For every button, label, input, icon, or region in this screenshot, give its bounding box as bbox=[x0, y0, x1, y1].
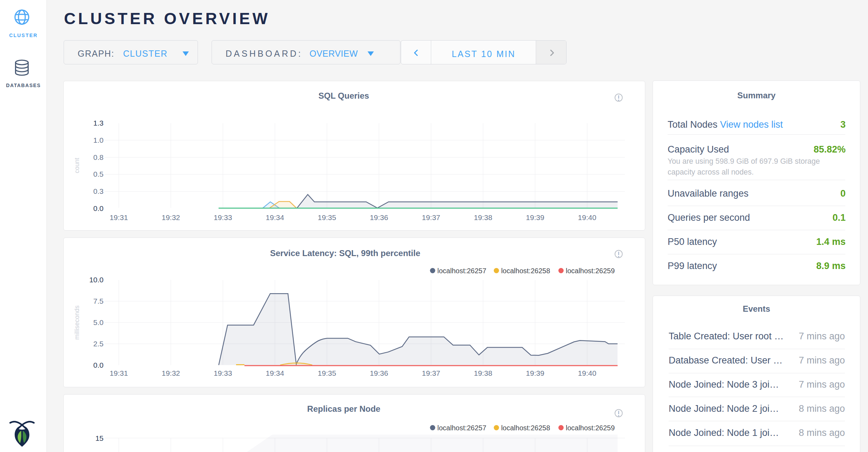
svg-text:0.0: 0.0 bbox=[93, 204, 104, 212]
svg-text:2.5: 2.5 bbox=[93, 340, 104, 348]
svg-text:19:33: 19:33 bbox=[214, 213, 232, 221]
svg-text:milliseconds: milliseconds bbox=[73, 305, 80, 340]
svg-text:SQL Queries: SQL Queries bbox=[319, 91, 369, 100]
svg-text:19:35: 19:35 bbox=[318, 213, 336, 221]
svg-text:count: count bbox=[73, 158, 80, 173]
svg-text:19:37: 19:37 bbox=[422, 213, 440, 221]
svg-text:localhost:26259: localhost:26259 bbox=[566, 424, 615, 432]
svg-text:19:37: 19:37 bbox=[422, 369, 440, 377]
svg-text:19:32: 19:32 bbox=[162, 213, 180, 221]
svg-text:1.0: 1.0 bbox=[93, 136, 104, 144]
svg-text:19:34: 19:34 bbox=[266, 369, 284, 377]
svg-text:19:40: 19:40 bbox=[578, 369, 597, 377]
svg-text:10.0: 10.0 bbox=[89, 276, 104, 284]
svg-text:Replicas per Node: Replicas per Node bbox=[307, 404, 380, 414]
svg-text:5.0: 5.0 bbox=[93, 318, 104, 326]
svg-text:19:39: 19:39 bbox=[526, 213, 545, 221]
svg-text:localhost:26258: localhost:26258 bbox=[501, 267, 550, 275]
svg-text:19:38: 19:38 bbox=[474, 369, 492, 377]
svg-text:0.5: 0.5 bbox=[93, 170, 104, 178]
svg-text:19:31: 19:31 bbox=[109, 369, 128, 377]
svg-text:19:32: 19:32 bbox=[162, 369, 180, 377]
svg-text:19:39: 19:39 bbox=[526, 369, 545, 377]
svg-text:19:31: 19:31 bbox=[109, 213, 128, 221]
svg-text:19:34: 19:34 bbox=[266, 213, 284, 221]
svg-text:19:40: 19:40 bbox=[578, 213, 597, 221]
svg-text:localhost:26257: localhost:26257 bbox=[437, 424, 486, 432]
svg-text:localhost:26258: localhost:26258 bbox=[501, 424, 550, 432]
svg-text:19:35: 19:35 bbox=[318, 369, 336, 377]
svg-text:localhost:26257: localhost:26257 bbox=[437, 267, 486, 275]
svg-text:19:36: 19:36 bbox=[370, 213, 388, 221]
svg-text:0.0: 0.0 bbox=[93, 361, 104, 369]
svg-text:15: 15 bbox=[95, 434, 104, 442]
svg-text:0.8: 0.8 bbox=[93, 153, 104, 161]
svg-text:0.3: 0.3 bbox=[93, 187, 104, 195]
svg-text:19:36: 19:36 bbox=[370, 369, 388, 377]
svg-text:7.5: 7.5 bbox=[93, 297, 104, 305]
svg-text:19:33: 19:33 bbox=[214, 369, 232, 377]
svg-text:Service Latency: SQL, 99th per: Service Latency: SQL, 99th percentile bbox=[270, 248, 420, 258]
svg-text:19:38: 19:38 bbox=[474, 213, 492, 221]
svg-text:1.3: 1.3 bbox=[93, 119, 104, 127]
svg-text:localhost:26259: localhost:26259 bbox=[566, 267, 615, 275]
